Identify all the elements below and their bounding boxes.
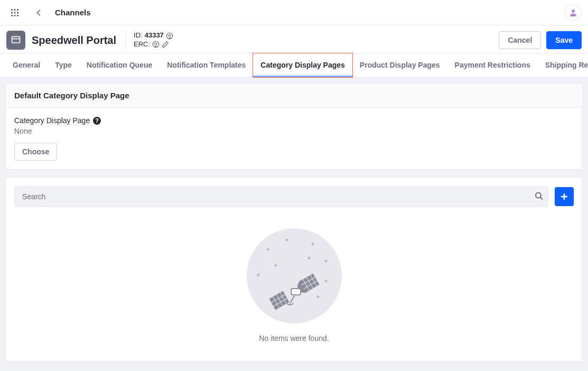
user-avatar[interactable] bbox=[565, 4, 582, 21]
search-icon[interactable] bbox=[535, 192, 543, 202]
id-label: ID: bbox=[134, 31, 143, 40]
overrides-panel: No items were found. bbox=[5, 177, 583, 362]
back-icon[interactable] bbox=[31, 4, 48, 21]
tab-payment-restrictions[interactable]: Payment Restrictions bbox=[447, 53, 538, 77]
svg-rect-10 bbox=[12, 36, 20, 43]
empty-state: No items were found. bbox=[6, 216, 582, 361]
page-title: Speedwell Portal bbox=[32, 34, 116, 47]
help-icon[interactable]: ? bbox=[93, 117, 101, 125]
field-label: Category Display Page bbox=[14, 116, 90, 125]
tab-type[interactable]: Type bbox=[48, 53, 79, 77]
svg-line-54 bbox=[290, 296, 294, 303]
erc-label: ERC: bbox=[134, 40, 150, 49]
save-button[interactable]: Save bbox=[546, 31, 582, 49]
main-content: Default Category Display Page Category D… bbox=[0, 78, 588, 371]
tab-shipping-restrictions[interactable]: Shipping Restrictions bbox=[538, 53, 588, 77]
empty-illustration bbox=[247, 228, 342, 323]
svg-point-16 bbox=[536, 193, 541, 198]
search-input[interactable] bbox=[14, 186, 548, 207]
tab-product-display-pages[interactable]: Product Display Pages bbox=[352, 53, 447, 77]
svg-rect-1 bbox=[14, 9, 16, 11]
info-icon[interactable] bbox=[152, 41, 160, 48]
add-button[interactable] bbox=[555, 187, 574, 206]
svg-rect-8 bbox=[17, 15, 18, 16]
page-header: Speedwell Portal ID: 43337 ERC: Cancel bbox=[0, 25, 588, 53]
svg-rect-5 bbox=[17, 12, 18, 13]
id-block: ID: 43337 ERC: bbox=[126, 31, 173, 49]
panel-title: Default Category Display Page bbox=[6, 84, 582, 108]
tab-notification-queue[interactable]: Notification Queue bbox=[79, 53, 160, 77]
header-actions: Cancel Save bbox=[499, 31, 582, 49]
default-category-panel: Default Category Display Page Category D… bbox=[5, 83, 583, 170]
tab-category-display-pages[interactable]: Category Display Pages bbox=[253, 53, 352, 77]
apps-grid-icon[interactable] bbox=[6, 4, 23, 21]
topbar: Channels bbox=[0, 0, 588, 25]
svg-point-15 bbox=[156, 46, 156, 47]
svg-rect-41 bbox=[291, 289, 301, 295]
tab-notification-templates[interactable]: Notification Templates bbox=[160, 53, 253, 77]
breadcrumb: Channels bbox=[55, 8, 91, 17]
site-icon bbox=[6, 31, 25, 50]
field-label-row: Category Display Page ? bbox=[14, 116, 574, 125]
search-wrap bbox=[14, 186, 548, 207]
svg-line-17 bbox=[540, 198, 543, 200]
svg-point-9 bbox=[572, 10, 575, 13]
tab-general[interactable]: General bbox=[5, 53, 48, 77]
list-toolbar bbox=[6, 178, 582, 216]
svg-rect-4 bbox=[14, 12, 16, 13]
empty-message: No items were found. bbox=[6, 334, 582, 342]
svg-rect-7 bbox=[14, 15, 16, 16]
cancel-button[interactable]: Cancel bbox=[499, 31, 541, 49]
info-icon[interactable] bbox=[166, 32, 173, 40]
svg-rect-0 bbox=[11, 9, 13, 11]
svg-rect-42 bbox=[269, 291, 289, 310]
svg-rect-3 bbox=[11, 12, 13, 13]
field-value: None bbox=[14, 127, 574, 135]
svg-rect-2 bbox=[17, 9, 18, 11]
svg-rect-6 bbox=[11, 15, 13, 16]
svg-point-13 bbox=[169, 38, 170, 38]
tabs: General Type Notification Queue Notifica… bbox=[0, 53, 588, 78]
id-value: 43337 bbox=[145, 31, 164, 40]
edit-icon[interactable] bbox=[162, 41, 169, 48]
topbar-left: Channels bbox=[6, 4, 91, 21]
choose-button[interactable]: Choose bbox=[14, 143, 57, 161]
header-left: Speedwell Portal ID: 43337 ERC: bbox=[6, 31, 173, 50]
